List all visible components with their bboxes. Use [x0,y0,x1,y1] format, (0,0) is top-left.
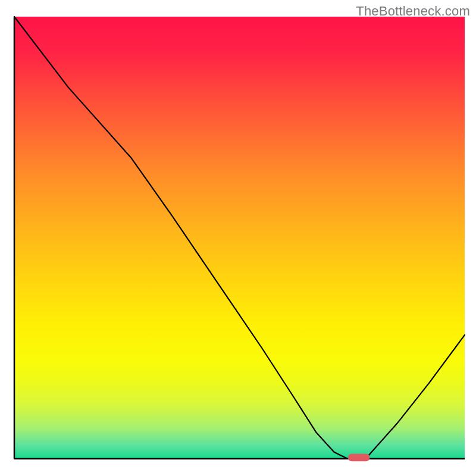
plot-background [14,17,465,459]
optimal-marker [348,454,369,462]
chart-container: TheBottleneck.com [0,0,476,476]
watermark-text: TheBottleneck.com [356,4,470,19]
bottleneck-chart [0,0,476,476]
